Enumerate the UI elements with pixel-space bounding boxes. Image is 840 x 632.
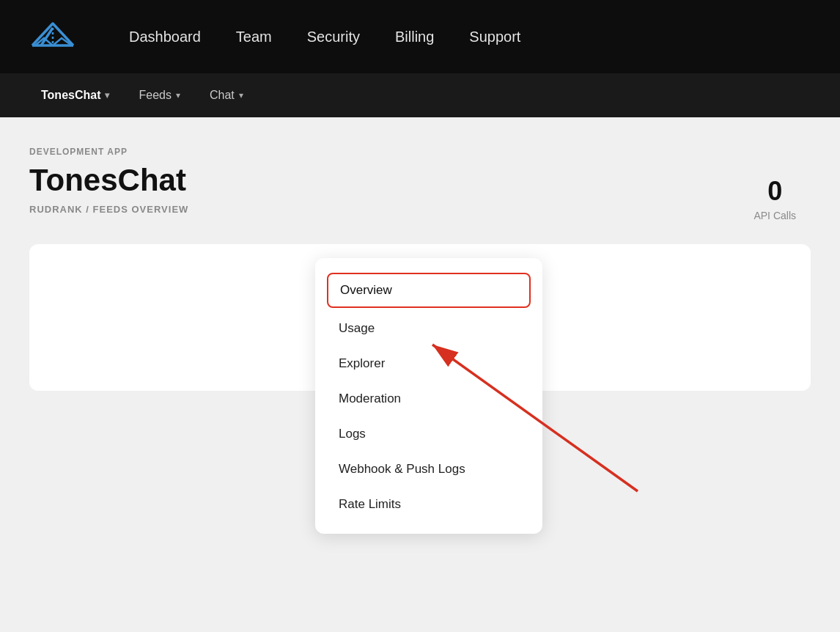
sub-nav-item-toneschat[interactable]: TonesChat ▾ bbox=[29, 83, 121, 108]
dropdown-item-usage[interactable]: Usage bbox=[315, 311, 542, 346]
sub-nav-feeds-label: Feeds bbox=[139, 89, 171, 102]
nav-item-billing[interactable]: Billing bbox=[395, 29, 434, 45]
nav-item-dashboard[interactable]: Dashboard bbox=[129, 29, 201, 45]
logo[interactable] bbox=[29, 18, 76, 56]
chevron-down-icon: ▾ bbox=[105, 90, 109, 100]
nav-item-support[interactable]: Support bbox=[469, 29, 520, 45]
chat-dropdown-menu: Overview Usage Explorer Moderation Logs … bbox=[315, 258, 542, 534]
chevron-down-icon: ▾ bbox=[176, 90, 180, 100]
api-calls-section: 0 API Calls bbox=[754, 176, 796, 221]
dropdown-item-webhook-push-logs[interactable]: Webhook & Push Logs bbox=[315, 452, 542, 487]
nav-item-security[interactable]: Security bbox=[307, 29, 360, 45]
top-nav: Dashboard Team Security Billing Support bbox=[0, 0, 840, 73]
sub-nav-item-feeds[interactable]: Feeds ▾ bbox=[127, 83, 191, 108]
main-content: DEVELOPMENT APP TonesChat RUDRANK / FEED… bbox=[0, 117, 840, 632]
app-breadcrumb: RUDRANK / FEEDS OVERVIEW bbox=[29, 204, 811, 215]
dropdown-item-overview[interactable]: Overview bbox=[327, 273, 531, 308]
sub-nav-item-chat[interactable]: Chat ▾ bbox=[198, 83, 255, 108]
api-calls-number: 0 bbox=[754, 176, 796, 207]
api-calls-label: API Calls bbox=[754, 210, 796, 221]
app-title: TonesChat bbox=[29, 163, 811, 198]
dropdown-item-moderation[interactable]: Moderation bbox=[315, 381, 542, 416]
sub-nav-chat-label: Chat bbox=[210, 89, 235, 102]
app-info-section: DEVELOPMENT APP TonesChat RUDRANK / FEED… bbox=[29, 147, 811, 215]
dropdown-item-rate-limits[interactable]: Rate Limits bbox=[315, 487, 542, 522]
chevron-down-icon: ▾ bbox=[239, 90, 243, 100]
nav-item-team[interactable]: Team bbox=[236, 29, 272, 45]
sub-nav: TonesChat ▾ Feeds ▾ Chat ▾ bbox=[0, 73, 840, 117]
env-label: DEVELOPMENT APP bbox=[29, 147, 811, 157]
dropdown-item-explorer[interactable]: Explorer bbox=[315, 346, 542, 381]
dropdown-item-logs[interactable]: Logs bbox=[315, 416, 542, 452]
sub-nav-toneschat-label: TonesChat bbox=[41, 89, 100, 102]
